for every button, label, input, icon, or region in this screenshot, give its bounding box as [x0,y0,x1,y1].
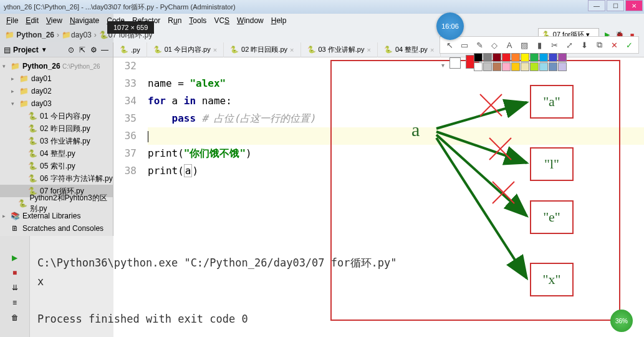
swatch[interactable] [521,53,529,62]
swatch[interactable] [549,53,557,62]
sidebar-settings-icon[interactable]: ⚙ [89,46,98,54]
window-title: ython_26 [C:\Python_26] - ...\day03\07 f… [4,2,236,12]
select-icon[interactable]: ▭ [459,39,470,51]
annotation-toolbar: ↖ ▭ ✎ ◇ A ▨ ▮ ✂ ⤢ ⬇ ⧉ ✕ ✓ [440,36,639,54]
swatch[interactable] [483,62,492,71]
diagram-box-l: "l" [530,147,574,181]
stop-run-icon[interactable]: ■ [11,268,19,277]
diagram-box-x: "x" [530,263,574,296]
diagram-box-a: "a" [530,85,574,119]
tree-file-04[interactable]: 🐍04 整型.py [0,147,113,160]
close-button[interactable]: ✕ [625,0,643,11]
menu-help[interactable]: Help [267,16,291,25]
tab-3[interactable]: 🐍03 作业讲解.py× [301,42,378,57]
menu-tools[interactable]: Tools [185,16,210,25]
run-print-icon[interactable]: ≡ [11,298,19,307]
swatch[interactable] [474,53,483,62]
sidebar-hide-icon[interactable]: — [100,46,109,54]
tree-day03[interactable]: ▾📁day03 [0,97,113,110]
close-icon[interactable]: × [367,46,370,54]
swatch[interactable] [502,53,511,62]
swatch[interactable] [511,53,520,62]
run-settings-icon[interactable]: ⇊ [11,283,19,292]
sidebar-locate-icon[interactable]: ⇱ [78,46,87,54]
menu-vcs[interactable]: VCS [210,16,233,25]
title-bar: ython_26 [C:\Python_26] - ...\day03\07 f… [0,0,644,14]
menu-view[interactable]: View [42,16,66,25]
clock-badge: 16:06 [436,12,464,40]
tree-file-01[interactable]: 🐍01 今日内容.py [0,110,113,122]
swatch[interactable] [493,62,501,71]
minimize-button[interactable]: — [588,0,605,11]
tree-scratches[interactable]: 🗎Scratches and Consoles [0,222,113,235]
swatch[interactable] [539,62,548,71]
tree-file-05[interactable]: 🐍05 索引.py [0,160,113,172]
swatch[interactable] [483,53,492,62]
tree-day02[interactable]: ▸📁day02 [0,85,113,97]
project-sidebar: ▤ Project ▼ ⊙ ⇱ ⚙ — ▾📁Python_26 C:\Pytho… [0,42,113,242]
breadcrumb-project[interactable]: Python_26 [16,31,54,39]
tree-file-02[interactable]: 🐍02 昨日回顾.py [0,122,113,135]
tab-2[interactable]: 🐍02 昨日回顾.py× [224,42,300,57]
copy-icon[interactable]: ⧉ [594,39,605,51]
diagram-box-e: "e" [530,200,574,234]
svg-line-1 [436,102,527,129]
svg-line-2 [436,132,527,163]
swatch[interactable] [521,62,529,71]
pencil-icon[interactable]: ✎ [474,39,485,51]
undo-icon[interactable]: ✕ [608,39,620,51]
tab-4[interactable]: 🐍04 整型.py× [378,42,441,57]
close-icon[interactable]: × [213,46,217,54]
maximize-button[interactable]: ☐ [607,0,624,11]
crop-icon[interactable]: ✂ [549,39,560,51]
resize-icon[interactable]: ⤢ [564,39,575,51]
swatch[interactable] [539,53,548,62]
diagram-overlay: a "a" "l" "e" "x" [330,60,630,322]
close-icon[interactable]: × [290,46,294,54]
tree-day01[interactable]: ▸📁day01 [0,72,113,85]
tree-file-diff[interactable]: 🐍Python2和Pyhton3的区别.py [0,197,113,210]
sidebar-title: Project [13,46,39,54]
tree-root[interactable]: ▾📁Python_26 C:\Python_26 [0,60,113,72]
tab-1[interactable]: 🐍01 今日内容.py× [147,42,224,57]
menu-edit[interactable]: Edit [22,16,42,25]
dimension-badge: 1072 × 659 [107,21,154,34]
confirm-icon[interactable]: ✓ [623,39,635,51]
svg-line-4 [436,138,527,278]
swatch[interactable] [502,62,511,71]
menu-window[interactable]: Window [233,16,267,25]
sidebar-collapse-icon[interactable]: ⊙ [67,46,75,54]
color-palette[interactable] [474,53,567,71]
rerun-icon[interactable]: ▶ [11,253,19,262]
swatch[interactable] [549,62,557,71]
cursor-icon[interactable]: ↖ [444,39,455,51]
menu-file[interactable]: File [2,16,22,25]
fill-icon[interactable]: ▨ [519,39,530,51]
svg-line-3 [436,135,527,216]
breadcrumb-folder[interactable]: day03 [71,31,92,39]
swatch[interactable] [530,53,539,62]
download-icon[interactable]: ⬇ [579,39,590,51]
text-icon[interactable]: A [504,39,515,51]
shapes-icon[interactable]: ◇ [489,39,500,51]
menu-run[interactable]: Run [164,16,185,25]
tab-0[interactable]: 🐍.py [113,42,147,57]
swatch[interactable] [474,62,483,71]
swatch[interactable] [511,62,520,71]
swatch[interactable] [530,62,539,71]
diagram-var: a [411,119,420,140]
tree-file-03[interactable]: 🐍03 作业讲解.py [0,135,113,147]
swatch[interactable] [558,53,567,62]
bucket-icon[interactable]: ▮ [534,39,545,51]
close-icon[interactable]: × [430,46,434,54]
zoom-badge: 36% [610,310,633,332]
tree-file-06[interactable]: 🐍06 字符串方法详解.py [0,172,113,185]
menu-bar: File Edit View Navigate Code Refactor Ru… [0,14,644,27]
swatch[interactable] [558,62,567,71]
swatch[interactable] [493,53,501,62]
swatch-brush[interactable] [449,57,461,69]
run-trash-icon[interactable]: 🗑 [11,313,19,322]
menu-navigate[interactable]: Navigate [66,16,103,25]
